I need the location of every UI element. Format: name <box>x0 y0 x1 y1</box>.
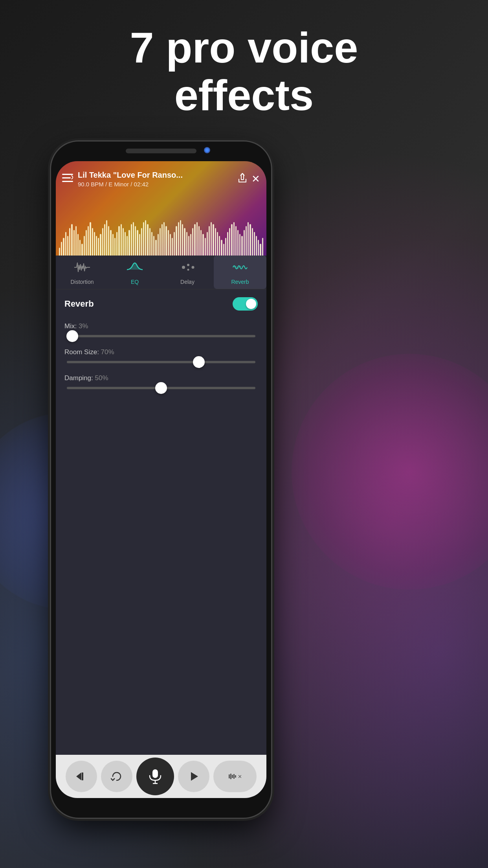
svg-point-6 <box>192 266 194 269</box>
reverb-header: Reverb <box>64 297 258 311</box>
svg-rect-15 <box>230 774 231 779</box>
svg-marker-13 <box>191 772 198 781</box>
damping-thumb[interactable] <box>155 382 167 394</box>
tab-reverb[interactable]: Reverb <box>214 256 266 289</box>
effects-tabs: Distortion EQ <box>56 256 266 289</box>
reverb-icon <box>232 261 248 276</box>
phone-screen: Lil Tekka "Love For Ranso... 90.0 BPM / … <box>56 161 266 798</box>
phone-camera <box>204 147 210 153</box>
tab-distortion[interactable]: Distortion <box>56 256 108 289</box>
reverb-toggle[interactable] <box>233 297 258 311</box>
delay-label: Delay <box>180 279 194 285</box>
svg-rect-3 <box>241 174 244 180</box>
tab-eq[interactable]: EQ <box>108 256 161 289</box>
reverb-label: Reverb <box>231 279 249 285</box>
hero-title-line2: effects <box>0 71 488 119</box>
delay-icon <box>180 261 195 276</box>
cancel-recording-button[interactable]: ✕ <box>213 761 257 792</box>
distortion-icon <box>74 261 90 276</box>
reverb-panel: Reverb Mix: 3% <box>56 289 266 798</box>
svg-point-4 <box>182 266 185 269</box>
eq-icon <box>127 261 143 276</box>
svg-rect-16 <box>232 775 233 778</box>
svg-rect-9 <box>82 772 83 780</box>
album-header: Lil Tekka "Love For Ranso... 90.0 BPM / … <box>56 161 266 256</box>
track-meta: 90.0 BPM / E Minor / 02:42 <box>78 181 233 188</box>
toggle-knob <box>246 299 256 309</box>
room-size-value: 70% <box>101 348 114 356</box>
rewind-button[interactable] <box>66 761 97 792</box>
svg-rect-1 <box>62 177 71 178</box>
distortion-label: Distortion <box>70 279 94 285</box>
mix-value: 3% <box>79 322 88 330</box>
mix-track[interactable] <box>67 335 255 337</box>
bottom-nav: ✕ <box>56 755 266 798</box>
mix-slider-section: Mix: 3% <box>64 322 258 337</box>
damping-track[interactable] <box>67 387 255 389</box>
share-icon[interactable] <box>238 173 247 185</box>
room-size-slider-section: Room Size: 70% <box>64 348 258 363</box>
track-info-bar: Lil Tekka "Love For Ranso... 90.0 BPM / … <box>56 161 266 197</box>
reverb-title: Reverb <box>64 299 94 309</box>
room-size-track[interactable] <box>67 361 255 363</box>
hero-title-line1: 7 pro voice <box>0 24 488 71</box>
svg-rect-18 <box>235 775 236 778</box>
menu-icon[interactable] <box>62 173 73 185</box>
svg-rect-10 <box>152 769 158 778</box>
damping-label: Damping: 50% <box>64 374 258 382</box>
svg-rect-14 <box>229 774 230 778</box>
phone-frame: Lil Tekka "Love For Ranso... 90.0 BPM / … <box>51 142 271 818</box>
cancel-rec-x: ✕ <box>238 774 242 780</box>
waveform <box>56 208 266 256</box>
svg-rect-2 <box>62 181 73 182</box>
mic-button[interactable] <box>136 758 174 795</box>
phone-notch <box>126 149 196 153</box>
eq-label: EQ <box>131 279 139 285</box>
hero-title: 7 pro voice effects <box>0 24 488 119</box>
mix-label: Mix: 3% <box>64 322 258 330</box>
room-size-label: Room Size: 70% <box>64 348 258 356</box>
tab-delay[interactable]: Delay <box>161 256 214 289</box>
room-size-thumb[interactable] <box>193 356 205 368</box>
svg-point-7 <box>187 269 189 271</box>
loop-button[interactable] <box>101 761 132 792</box>
track-info: Lil Tekka "Love For Ranso... 90.0 BPM / … <box>78 171 233 188</box>
svg-rect-0 <box>62 174 73 175</box>
svg-point-5 <box>187 264 189 266</box>
close-icon[interactable]: ✕ <box>251 173 260 185</box>
play-button[interactable] <box>178 761 209 792</box>
damping-value: 50% <box>95 374 108 382</box>
damping-slider-section: Damping: 50% <box>64 374 258 389</box>
svg-marker-8 <box>76 772 81 780</box>
svg-rect-17 <box>233 774 235 779</box>
track-title: Lil Tekka "Love For Ranso... <box>78 171 233 180</box>
mix-thumb[interactable] <box>66 330 78 342</box>
